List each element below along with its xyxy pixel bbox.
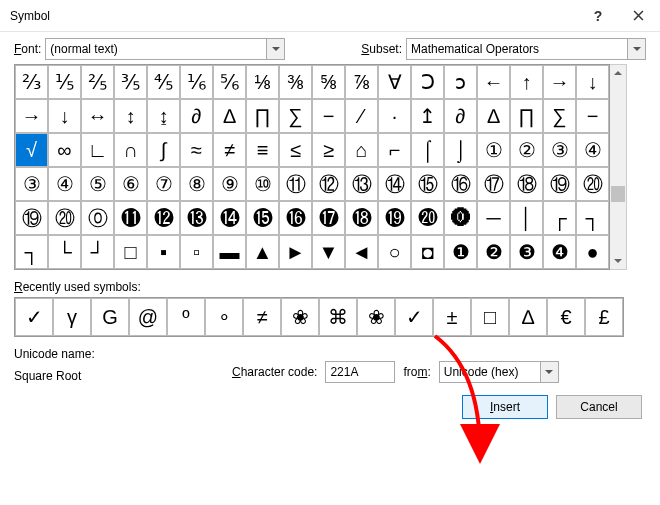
symbol-cell[interactable]: ∕ — [345, 99, 378, 133]
recent-symbol-cell[interactable]: £ — [585, 298, 623, 336]
recent-symbol-cell[interactable]: G — [91, 298, 129, 336]
symbol-cell[interactable]: ⑬ — [345, 167, 378, 201]
symbol-cell[interactable]: ⓫ — [114, 201, 147, 235]
recent-symbol-cell[interactable]: ✓ — [15, 298, 53, 336]
symbol-cell[interactable]: ⑤ — [81, 167, 114, 201]
symbol-cell[interactable]: ≡ — [246, 133, 279, 167]
symbol-cell[interactable]: ∩ — [114, 133, 147, 167]
symbol-cell[interactable]: ⑯ — [444, 167, 477, 201]
recent-symbol-cell[interactable]: ❀ — [357, 298, 395, 336]
recent-symbol-cell[interactable]: ∘ — [205, 298, 243, 336]
scroll-track[interactable] — [610, 81, 626, 253]
symbol-cell[interactable]: ④ — [576, 133, 609, 167]
symbol-cell[interactable]: − — [576, 99, 609, 133]
symbol-cell[interactable]: ▲ — [246, 235, 279, 269]
symbol-cell[interactable]: ∏ — [246, 99, 279, 133]
recent-symbol-cell[interactable]: ⌘ — [319, 298, 357, 336]
symbol-cell[interactable]: Ↄ — [411, 65, 444, 99]
symbol-cell[interactable]: ⅝ — [312, 65, 345, 99]
symbol-cell[interactable]: ⑥ — [114, 167, 147, 201]
symbol-cell[interactable]: → — [543, 65, 576, 99]
symbol-cell[interactable]: ⓰ — [279, 201, 312, 235]
cancel-button[interactable]: Cancel — [556, 395, 642, 419]
symbol-cell[interactable]: ↓ — [576, 65, 609, 99]
recent-symbol-cell[interactable]: º — [167, 298, 205, 336]
symbol-cell[interactable]: ≤ — [279, 133, 312, 167]
symbol-cell[interactable]: ⑪ — [279, 167, 312, 201]
symbol-cell[interactable]: ⑳ — [576, 167, 609, 201]
symbol-cell[interactable]: ⑩ — [246, 167, 279, 201]
symbol-cell[interactable]: ∆ — [213, 99, 246, 133]
grid-scrollbar[interactable] — [610, 64, 627, 270]
symbol-cell[interactable]: ∞ — [48, 133, 81, 167]
symbol-cell[interactable]: ⑭ — [378, 167, 411, 201]
symbol-cell[interactable]: ∫ — [147, 133, 180, 167]
symbol-cell[interactable]: Ɐ — [378, 65, 411, 99]
recent-symbol-cell[interactable]: ✓ — [395, 298, 433, 336]
symbol-cell[interactable]: ⅖ — [81, 65, 114, 99]
recent-symbol-cell[interactable]: γ — [53, 298, 91, 336]
symbol-cell[interactable]: ⑱ — [510, 167, 543, 201]
symbol-cell[interactable]: ↕ — [114, 99, 147, 133]
symbol-cell[interactable]: ⅛ — [246, 65, 279, 99]
symbol-cell[interactable]: ⅔ — [15, 65, 48, 99]
symbol-cell[interactable]: ⌐ — [378, 133, 411, 167]
recent-symbol-cell[interactable]: @ — [129, 298, 167, 336]
help-button[interactable]: ? — [580, 0, 616, 32]
symbol-cell[interactable]: ② — [510, 133, 543, 167]
symbol-cell[interactable]: ⓪ — [81, 201, 114, 235]
symbol-cell[interactable]: ⌂ — [345, 133, 378, 167]
symbol-cell[interactable]: ← — [477, 65, 510, 99]
subset-select[interactable]: Mathematical Operators — [406, 38, 646, 60]
symbol-cell[interactable]: ∙ — [378, 99, 411, 133]
symbol-cell[interactable]: ❷ — [477, 235, 510, 269]
char-code-input[interactable] — [325, 361, 395, 383]
recent-symbol-cell[interactable]: ❀ — [281, 298, 319, 336]
recent-symbol-cell[interactable]: ≠ — [243, 298, 281, 336]
symbol-cell[interactable]: ⅘ — [147, 65, 180, 99]
symbol-cell[interactable]: ► — [279, 235, 312, 269]
symbol-cell[interactable]: ⑳ — [48, 201, 81, 235]
symbol-cell[interactable]: ∑ — [543, 99, 576, 133]
symbol-cell[interactable]: □ — [114, 235, 147, 269]
symbol-cell[interactable]: ③ — [15, 167, 48, 201]
symbol-cell[interactable]: ⑨ — [213, 167, 246, 201]
symbol-cell[interactable]: ⑮ — [411, 167, 444, 201]
symbol-cell[interactable]: ↥ — [411, 99, 444, 133]
symbol-cell[interactable]: ◘ — [411, 235, 444, 269]
symbol-cell[interactable]: ④ — [48, 167, 81, 201]
symbol-cell[interactable]: ↓ — [48, 99, 81, 133]
symbol-cell[interactable]: ⓴ — [411, 201, 444, 235]
symbol-cell[interactable]: ⓲ — [345, 201, 378, 235]
symbol-cell[interactable]: − — [312, 99, 345, 133]
recent-symbols-grid[interactable]: ✓γG@º∘≠❀⌘❀✓±□∆€£ — [14, 297, 624, 337]
symbol-cell[interactable]: ❹ — [543, 235, 576, 269]
scroll-thumb[interactable] — [611, 186, 625, 202]
symbol-cell[interactable]: ● — [576, 235, 609, 269]
symbol-cell[interactable]: ⅚ — [213, 65, 246, 99]
symbol-cell[interactable]: ∏ — [510, 99, 543, 133]
symbol-cell[interactable]: ┐ — [15, 235, 48, 269]
symbol-cell[interactable]: ∂ — [180, 99, 213, 133]
insert-button[interactable]: Insert — [462, 395, 548, 419]
symbol-cell[interactable]: ⓯ — [246, 201, 279, 235]
symbol-cell[interactable]: ∂ — [444, 99, 477, 133]
symbol-cell[interactable]: ┌ — [543, 201, 576, 235]
symbol-cell[interactable]: ↑ — [510, 65, 543, 99]
symbol-cell[interactable]: ⑲ — [15, 201, 48, 235]
symbol-cell[interactable]: ⅞ — [345, 65, 378, 99]
symbol-cell[interactable]: ⑲ — [543, 167, 576, 201]
symbol-cell[interactable]: ⌡ — [444, 133, 477, 167]
symbol-cell[interactable]: ┐ — [576, 201, 609, 235]
symbol-cell[interactable]: ⑫ — [312, 167, 345, 201]
symbol-cell[interactable]: ↄ — [444, 65, 477, 99]
symbol-cell[interactable]: ⓱ — [312, 201, 345, 235]
from-select[interactable]: Unicode (hex) — [439, 361, 559, 383]
symbol-cell[interactable]: ⓮ — [213, 201, 246, 235]
symbol-cell[interactable]: ⅕ — [48, 65, 81, 99]
close-button[interactable] — [616, 0, 660, 32]
symbol-cell[interactable]: ┘ — [81, 235, 114, 269]
symbol-cell[interactable]: ↨ — [147, 99, 180, 133]
recent-symbol-cell[interactable]: □ — [471, 298, 509, 336]
symbol-cell[interactable]: └ — [48, 235, 81, 269]
